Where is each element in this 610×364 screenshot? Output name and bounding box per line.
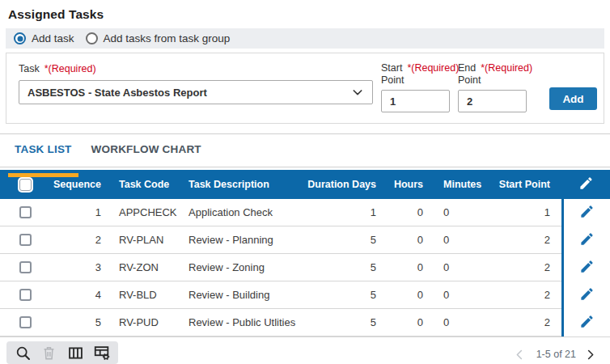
radio-unselected-icon[interactable] xyxy=(86,32,98,44)
row-checkbox[interactable] xyxy=(19,261,32,273)
end-point-field-group: End*(Required) Point xyxy=(458,61,527,123)
tab-bar: TASK LIST WORKFLOW CHART xyxy=(0,134,610,167)
cell-duration-days: 5 xyxy=(299,234,376,246)
cell-hours: 0 xyxy=(376,316,423,328)
end-point-input[interactable] xyxy=(458,90,527,112)
column-header-hours: Hours xyxy=(376,179,423,190)
cell-task-code: RV-PUD xyxy=(101,316,189,328)
grid-settings-button[interactable] xyxy=(93,344,111,362)
column-header-duration-days: Duration Days xyxy=(299,179,376,190)
table-row: 3 RV-ZON Review - Zoning 5 0 0 2 xyxy=(0,254,610,281)
cell-duration-days: 5 xyxy=(299,316,376,328)
cell-sequence: 5 xyxy=(45,316,101,328)
column-header-task-code: Task Code xyxy=(101,179,189,190)
add-mode-radio-group: Add task Add tasks from task group xyxy=(6,28,604,49)
chevron-down-icon xyxy=(351,86,364,99)
table-header-row: Sequence Task Code Task Description Dura… xyxy=(0,170,610,199)
start-point-field-group: Start*(Required) Point xyxy=(381,61,450,123)
table-footer: 1-5 of 21 xyxy=(0,337,610,364)
table-row: 5 RV-PUD Review - Public Utlities 5 0 0 … xyxy=(0,309,610,336)
next-page-button[interactable] xyxy=(584,347,599,362)
cell-minutes: 0 xyxy=(423,206,483,218)
cell-hours: 0 xyxy=(376,289,423,301)
column-header-start-point: Start Point xyxy=(483,179,561,190)
pagination-range-label: 1-5 of 21 xyxy=(536,349,576,360)
cell-start-point: 2 xyxy=(483,261,561,273)
edit-row-button[interactable] xyxy=(578,286,596,304)
radio-selected-icon[interactable] xyxy=(14,32,26,44)
cell-task-description: Review - Zoning xyxy=(189,261,299,273)
cell-task-description: Review - Planning xyxy=(189,234,299,246)
column-header-sequence: Sequence xyxy=(45,179,101,190)
row-checkbox[interactable] xyxy=(19,206,32,218)
end-point-label: End*(Required) Point xyxy=(458,62,527,88)
cell-duration-days: 5 xyxy=(299,289,376,301)
task-required-text: *(Required) xyxy=(44,63,96,74)
pencil-icon xyxy=(579,204,595,219)
row-checkbox[interactable] xyxy=(19,316,32,328)
grid-settings-icon xyxy=(93,344,111,362)
search-button[interactable] xyxy=(14,344,32,362)
row-checkbox[interactable] xyxy=(19,234,32,246)
cell-hours: 0 xyxy=(376,206,423,218)
pencil-icon xyxy=(578,176,594,191)
pencil-icon xyxy=(579,286,595,302)
columns-button[interactable] xyxy=(66,344,84,362)
edit-row-button[interactable] xyxy=(578,259,596,277)
task-select[interactable]: ASBESTOS - State Asbestos Report xyxy=(19,80,373,104)
table-row: 2 RV-PLAN Review - Planning 5 0 0 2 xyxy=(0,226,610,254)
cell-minutes: 0 xyxy=(423,261,483,273)
select-all-checkbox[interactable] xyxy=(19,179,32,191)
table-toolbar xyxy=(6,341,118,364)
radio-add-tasks-from-group-label: Add tasks from task group xyxy=(104,32,231,44)
add-button[interactable]: Add xyxy=(549,87,597,110)
cell-sequence: 1 xyxy=(45,206,101,218)
column-header-minutes: Minutes xyxy=(423,179,483,190)
cell-minutes: 0 xyxy=(423,316,483,328)
cell-minutes: 0 xyxy=(423,234,483,246)
pencil-icon xyxy=(579,231,595,247)
start-point-required-text: *(Required) xyxy=(407,62,459,74)
cell-task-code: RV-BLD xyxy=(101,289,189,301)
edit-row-button[interactable] xyxy=(578,204,596,222)
edit-row-button[interactable] xyxy=(578,231,596,249)
delete-button[interactable] xyxy=(40,344,58,362)
cell-hours: 0 xyxy=(376,261,423,273)
edit-row-button[interactable] xyxy=(578,314,596,332)
page-title: Assigned Tasks xyxy=(8,7,610,22)
edit-column-button[interactable] xyxy=(577,176,595,193)
cell-duration-days: 1 xyxy=(299,206,376,218)
start-point-input[interactable] xyxy=(381,90,450,112)
table-row: 4 RV-BLD Review - Building 5 0 0 2 xyxy=(0,281,610,309)
pencil-icon xyxy=(579,314,595,329)
radio-add-task[interactable]: Add task xyxy=(14,32,74,44)
radio-add-tasks-from-group[interactable]: Add tasks from task group xyxy=(86,32,231,44)
chevron-right-icon xyxy=(584,349,596,361)
columns-icon xyxy=(67,345,84,362)
cell-start-point: 2 xyxy=(483,234,561,246)
task-label-text: Task xyxy=(19,63,40,74)
chevron-left-icon xyxy=(514,349,526,361)
previous-page-button[interactable] xyxy=(514,347,528,362)
task-label: Task*(Required) xyxy=(19,63,373,75)
tab-task-list[interactable]: TASK LIST xyxy=(8,142,78,167)
cell-duration-days: 5 xyxy=(299,261,376,273)
task-field-group: Task*(Required) ASBESTOS - State Asbesto… xyxy=(19,61,373,123)
cell-task-description: Review - Building xyxy=(189,289,299,301)
end-point-label-line2: Point xyxy=(458,74,481,86)
tab-workflow-chart[interactable]: WORKFLOW CHART xyxy=(85,142,208,167)
pencil-icon xyxy=(579,259,595,274)
end-point-required-text: *(Required) xyxy=(481,62,532,74)
task-select-value: ASBESTOS - State Asbestos Report xyxy=(28,87,351,99)
cell-sequence: 4 xyxy=(45,289,101,301)
column-header-task-description: Task Description xyxy=(189,179,299,190)
cell-task-description: Application Check xyxy=(189,206,299,218)
cell-minutes: 0 xyxy=(423,289,483,301)
cell-task-code: RV-PLAN xyxy=(101,234,189,246)
radio-add-task-label: Add task xyxy=(32,32,74,44)
pagination: 1-5 of 21 xyxy=(514,347,599,362)
row-checkbox[interactable] xyxy=(19,289,32,301)
start-point-label-line2: Point xyxy=(381,74,405,86)
trash-icon xyxy=(41,345,57,361)
cell-start-point: 1 xyxy=(483,206,561,218)
